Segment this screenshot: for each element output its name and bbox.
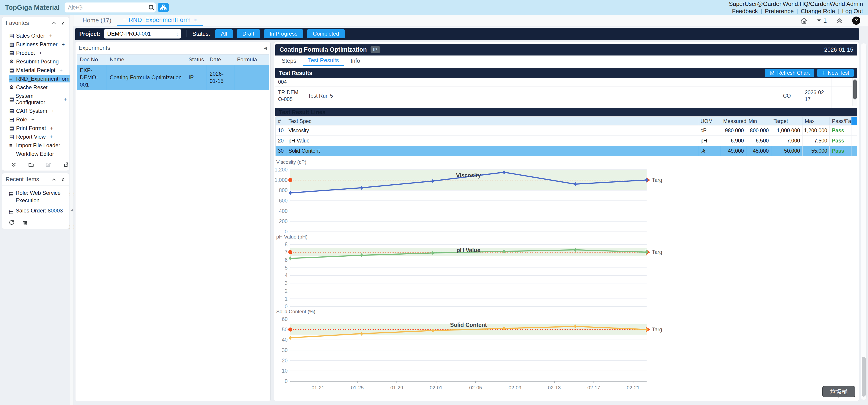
global-search[interactable] bbox=[65, 2, 156, 12]
sidebar-item-label: Workflow Editor bbox=[16, 151, 54, 157]
collapse-up-icon[interactable] bbox=[52, 177, 56, 182]
column-header-min[interactable]: Min bbox=[746, 117, 771, 125]
detail-tab-steps[interactable]: Steps bbox=[277, 56, 301, 66]
sidebar-item-print-format[interactable]: ▤Print Format+ bbox=[2, 124, 69, 133]
test-run-row-partial[interactable]: 004 bbox=[275, 78, 857, 87]
sidebar-item-report-view[interactable]: ▤Report View+ bbox=[2, 133, 69, 141]
recent-item-role-web-service-execution[interactable]: ▤Role: Web Service Execution bbox=[2, 188, 69, 205]
edit-icon[interactable] bbox=[45, 162, 51, 167]
experiment-row[interactable]: EXP-DEMO-001Coating Formula Optimization… bbox=[77, 65, 269, 90]
user-link-preference[interactable]: Preference bbox=[765, 8, 794, 14]
new-record-icon[interactable]: + bbox=[50, 134, 53, 140]
share-icon[interactable] bbox=[63, 162, 68, 167]
detail-tab-test-results[interactable]: Test Results bbox=[303, 56, 344, 66]
collapse-all-icon[interactable] bbox=[11, 162, 17, 167]
new-test-button[interactable]: + New Test bbox=[817, 69, 854, 77]
tab-rnd-experimentform[interactable]: ≡ RND_ExperimentForm × bbox=[117, 15, 203, 26]
favorites-panel: Favorites ▤Sales Order+▤Business Partner… bbox=[2, 17, 69, 171]
result-line-row[interactable]: 10ViscositycP980.000800.0001,000.0001,20… bbox=[276, 125, 857, 135]
sidebar-item-material-receipt[interactable]: ▤Material Receipt+ bbox=[2, 66, 69, 74]
user-link-feedback[interactable]: Feedback bbox=[732, 8, 758, 14]
sidebar-item-sales-order[interactable]: ▤Sales Order+ bbox=[2, 32, 69, 40]
project-input[interactable] bbox=[104, 31, 173, 37]
column-header-test-spec[interactable]: Test Spec bbox=[286, 117, 698, 125]
new-record-icon[interactable]: + bbox=[49, 33, 52, 39]
refresh-icon[interactable] bbox=[9, 220, 14, 226]
column-header-target[interactable]: Target bbox=[771, 117, 802, 125]
sidebar-item-rnd-experimentform[interactable]: ≡RND_ExperimentForm bbox=[2, 74, 69, 83]
test-run-row[interactable]: TR-DEMO-005Test Run 5CO2026-02-17 bbox=[275, 87, 857, 105]
sidebar-item-import-file-loader[interactable]: ≡Import File Loader bbox=[2, 141, 69, 150]
expand-icon[interactable] bbox=[61, 177, 65, 182]
column-header-name[interactable]: Name bbox=[107, 55, 186, 65]
refresh-chart-button[interactable]: Refresh Chart bbox=[765, 69, 814, 77]
search-input[interactable] bbox=[65, 3, 147, 12]
column-header-measured[interactable]: Measured bbox=[721, 117, 746, 125]
new-record-icon[interactable]: + bbox=[50, 125, 53, 131]
column-header-doc-no[interactable]: Doc No bbox=[77, 55, 107, 65]
new-record-icon[interactable]: + bbox=[31, 116, 34, 123]
status-filter-draft[interactable]: Draft bbox=[237, 29, 260, 38]
user-link-change-role[interactable]: Change Role bbox=[801, 8, 835, 14]
detail-tab-info[interactable]: Info bbox=[346, 56, 365, 66]
new-record-icon[interactable]: + bbox=[51, 108, 54, 114]
recent-items-list: ▤Role: Web Service Execution▤Sales Order… bbox=[2, 185, 69, 218]
new-record-icon[interactable]: + bbox=[64, 96, 67, 102]
sidebar-item-system-configurator[interactable]: ▤System Configurator+ bbox=[2, 92, 69, 107]
runs-scrollbar[interactable] bbox=[852, 78, 857, 106]
column-header-[interactable]: # bbox=[276, 117, 286, 125]
sidebar-splitter[interactable]: ⋮⋮ ◀ ⋮⋮ bbox=[70, 15, 73, 405]
column-header-uom[interactable]: UOM bbox=[698, 117, 721, 125]
svg-text:02-05: 02-05 bbox=[469, 385, 482, 391]
window-count-dropdown[interactable]: 1 bbox=[817, 17, 827, 24]
folder-icon[interactable] bbox=[28, 162, 34, 167]
page-scrollbar-thumb[interactable] bbox=[862, 357, 866, 397]
cell-max: 1,200.000 bbox=[802, 126, 830, 135]
new-record-icon[interactable]: + bbox=[62, 41, 65, 47]
panel-collapse-icon[interactable]: ◀ bbox=[264, 45, 267, 51]
tab-close-icon[interactable]: × bbox=[194, 16, 197, 24]
project-more-icon[interactable]: ⋮ bbox=[173, 29, 181, 38]
collapse-all-tabs-icon[interactable] bbox=[836, 17, 843, 24]
column-header-status[interactable]: Status bbox=[186, 55, 207, 65]
help-icon[interactable]: ? bbox=[852, 16, 860, 25]
search-icon[interactable] bbox=[147, 4, 156, 11]
column-header-formula[interactable]: Formula bbox=[234, 55, 269, 65]
splitter-collapse-icon[interactable]: ◀ bbox=[70, 208, 73, 212]
column-header-pass-fail[interactable]: Pass/Fail bbox=[830, 117, 851, 125]
sitemap-button[interactable] bbox=[158, 3, 169, 12]
sidebar-item-business-partner[interactable]: ▤Business Partner+ bbox=[2, 40, 69, 49]
sidebar-item-car-system[interactable]: ▤CAR System+ bbox=[2, 107, 69, 115]
expand-icon[interactable] bbox=[61, 21, 65, 26]
window-icon: ▤ bbox=[9, 108, 16, 114]
sidebar-item-cache-reset[interactable]: ⚙Cache Reset bbox=[2, 83, 69, 92]
new-record-icon[interactable]: + bbox=[39, 50, 42, 56]
status-buttons: AllDraftIn ProgressCompleted bbox=[215, 29, 348, 38]
sidebar-item-role[interactable]: ▤Role+ bbox=[2, 115, 69, 124]
result-line-row[interactable]: 20pH ValuepH6.9006.5007.0007.500Pass bbox=[276, 135, 857, 146]
column-config-button[interactable] bbox=[851, 117, 857, 125]
sidebar-item-resubmit-posting[interactable]: ⚙Resubmit Posting bbox=[2, 57, 69, 66]
collapse-up-icon[interactable] bbox=[52, 21, 56, 26]
experiments-table-header[interactable]: Doc NoNameStatusDateFormula bbox=[77, 55, 269, 65]
recent-item-sales-order-80003[interactable]: ▤Sales Order: 80003 bbox=[2, 205, 69, 216]
result-lines-header[interactable]: #Test SpecUOMMeasuredMinTargetMaxPass/Fa… bbox=[276, 117, 857, 125]
home-icon[interactable] bbox=[800, 17, 808, 25]
new-record-icon[interactable]: + bbox=[59, 67, 63, 73]
page-scrollbar[interactable] bbox=[861, 43, 867, 400]
user-link-log-out[interactable]: Log Out bbox=[842, 8, 863, 14]
recent-item-label: Role: Web Service Execution bbox=[16, 189, 66, 204]
status-filter-all[interactable]: All bbox=[215, 29, 233, 38]
runs-scrollbar-thumb[interactable] bbox=[853, 79, 857, 99]
column-header-max[interactable]: Max bbox=[802, 117, 830, 125]
column-header-date[interactable]: Date bbox=[207, 55, 234, 65]
sidebar-item-workflow-editor[interactable]: ≡Workflow Editor bbox=[2, 150, 69, 158]
result-line-row[interactable]: 30Solid Content%49.00045.00050.00055.000… bbox=[276, 146, 857, 156]
status-filter-in-progress[interactable]: In Progress bbox=[264, 29, 304, 38]
trash-icon[interactable] bbox=[23, 220, 28, 226]
tab-home[interactable]: Home (17) bbox=[76, 15, 117, 26]
svg-text:02-21: 02-21 bbox=[627, 385, 640, 391]
status-filter-completed[interactable]: Completed bbox=[307, 29, 345, 38]
project-field[interactable]: ⋮ bbox=[104, 29, 181, 38]
sidebar-item-product[interactable]: ▤Product+ bbox=[2, 49, 69, 57]
